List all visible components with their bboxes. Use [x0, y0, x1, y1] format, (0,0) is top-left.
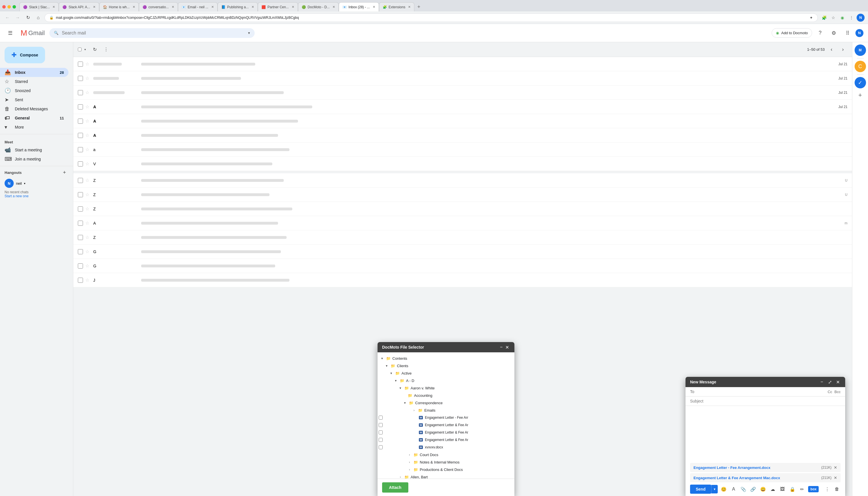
tree-item-notes[interactable]: › 📁 Notes & Internal Memos — [377, 459, 514, 466]
compose-button[interactable]: ✚ Compose — [4, 47, 45, 63]
reload-button[interactable]: ↻ — [24, 14, 32, 22]
hamburger-menu-button[interactable]: ☰ — [4, 27, 16, 39]
tab-close-extensions[interactable]: ✕ — [408, 5, 410, 9]
table-row[interactable]: ☆ Jul 21 — [73, 86, 852, 100]
email-checkbox[interactable] — [78, 235, 83, 240]
star-icon[interactable]: ☆ — [85, 90, 91, 95]
dialog-header[interactable]: New Message − ⤢ ✕ — [685, 377, 845, 387]
star-icon[interactable]: ☆ — [85, 192, 91, 197]
email-checkbox[interactable] — [78, 133, 83, 138]
file-checkbox[interactable] — [379, 423, 383, 427]
docmoto-close-button[interactable]: ✕ — [504, 344, 510, 350]
back-button[interactable]: ← — [3, 14, 11, 22]
remove-attachment-1-button[interactable]: ✕ — [834, 465, 837, 470]
table-row[interactable]: ☆ Z — [73, 230, 852, 245]
table-row[interactable]: ☆ Z U — [73, 173, 852, 188]
tab-extensions[interactable]: 🧩 Extensions ✕ — [379, 2, 415, 11]
file-checkbox[interactable] — [379, 431, 383, 434]
close-dialog-button[interactable]: ✕ — [835, 379, 841, 385]
tab-close-slack2[interactable]: ✕ — [93, 5, 95, 9]
expand-icon[interactable]: ▼ — [403, 401, 407, 405]
tab-slack1[interactable]: 🟣 Slack | Slac... ✕ — [19, 2, 59, 11]
next-page-button[interactable]: › — [838, 45, 848, 54]
email-checkbox[interactable] — [78, 90, 83, 95]
attach-file-button[interactable]: 📎 — [740, 485, 747, 494]
cc-button[interactable]: Cc — [827, 390, 832, 394]
expand-icon[interactable]: ▼ — [384, 363, 389, 368]
tree-item-file4[interactable]: W Engagement Letter & Fee Ar — [377, 436, 514, 444]
table-row[interactable]: ☆ Z U — [73, 188, 852, 202]
select-all-checkbox[interactable] — [78, 48, 81, 51]
tree-item-file3[interactable]: W Engagement Letter & Fee Ar — [377, 429, 514, 436]
signature-button[interactable]: ✏ — [799, 485, 806, 494]
tab-close-email[interactable]: ✕ — [211, 5, 214, 9]
address-bar[interactable]: 🔒 mail.google.com/mail/u/0/?tab=rm&ogbl#… — [45, 13, 818, 22]
forward-button[interactable]: → — [14, 14, 22, 22]
table-row[interactable]: ☆ J — [73, 273, 852, 287]
user-avatar[interactable]: N — [855, 29, 864, 37]
remove-attachment-2-button[interactable]: ✕ — [834, 476, 837, 480]
star-icon[interactable]: ☆ — [85, 147, 91, 152]
close-traffic-light[interactable] — [2, 5, 6, 9]
tab-close-home[interactable]: ✕ — [133, 5, 135, 9]
expand-icon[interactable]: ▼ — [398, 386, 403, 390]
tree-item-clients[interactable]: ▼ 📁 Clients — [377, 362, 514, 369]
table-row[interactable]: ☆ Z — [73, 202, 852, 216]
sidebar-item-join-meeting[interactable]: ⌨ Join a meeting — [0, 155, 68, 164]
meet-badge[interactable]: M — [855, 45, 866, 56]
table-row[interactable]: ☆ A m — [73, 216, 852, 230]
email-checkbox[interactable] — [78, 62, 83, 67]
tab-close-publishing[interactable]: ✕ — [251, 5, 254, 9]
prev-page-button[interactable]: ‹ — [827, 45, 836, 54]
tree-item-file5[interactable]: W xvxvxv.docx — [377, 444, 514, 451]
tab-publishing[interactable]: 📘 Publishing a... ✕ — [218, 2, 258, 11]
tab-email[interactable]: 📧 Email - neil ... ✕ — [178, 2, 218, 11]
hangouts-user[interactable]: N neil ▾ — [4, 179, 68, 188]
extension-button[interactable]: 🧩 — [820, 14, 828, 22]
sidebar-item-start-meeting[interactable]: 📹 Start a meeting — [0, 145, 68, 155]
star-icon[interactable]: ☆ — [85, 249, 91, 254]
tree-item-contents[interactable]: ▼ 📁 Contents — [377, 355, 514, 362]
tab-close-slack1[interactable]: ✕ — [52, 5, 55, 9]
table-row[interactable]: ☆ Jul 21 — [73, 71, 852, 86]
tab-home[interactable]: 🏠 Home is wh... ✕ — [99, 2, 139, 11]
table-row[interactable]: ☆ A — [73, 114, 852, 128]
confidential-button[interactable]: 🔒 — [788, 485, 796, 494]
tree-item-file1[interactable]: W Engagement Letter - Fee Arr — [377, 414, 514, 421]
table-row[interactable]: ☆ a — [73, 142, 852, 157]
delete-draft-button[interactable]: 🗑 — [833, 485, 841, 494]
more-toolbar-button[interactable]: ⋮ — [102, 45, 111, 54]
tree-item-aaron[interactable]: ▼ 📁 Aaron v. White — [377, 384, 514, 392]
message-body[interactable] — [685, 406, 845, 463]
tree-item-correspondence[interactable]: ▼ 📁 Correspondence — [377, 399, 514, 406]
email-checkbox[interactable] — [78, 192, 83, 197]
bookmark-button[interactable]: ☆ — [829, 14, 837, 22]
tab-close-conv[interactable]: ✕ — [172, 5, 174, 9]
tree-item-active[interactable]: ▼ 📁 Active — [377, 369, 514, 377]
sidebar-item-sent[interactable]: ➤ Sent — [0, 95, 68, 104]
tab-partner[interactable]: 🟥 Partner Cen... ✕ — [258, 2, 298, 11]
search-bar[interactable]: 🔍 ▾ — [49, 28, 254, 38]
expand-icon[interactable]: ▼ — [380, 356, 384, 361]
tree-item-file2[interactable]: W Engagement Letter & Fee Ar — [377, 421, 514, 429]
email-checkbox[interactable] — [78, 249, 83, 254]
tree-item-accounting[interactable]: 📁 Accounting — [377, 392, 514, 399]
email-checkbox[interactable] — [78, 178, 83, 183]
expand-icon[interactable]: ▼ — [393, 378, 398, 383]
add-hangout-button[interactable]: + — [60, 169, 68, 176]
table-row[interactable]: ☆ Jul 21 — [73, 57, 852, 71]
sidebar-item-starred[interactable]: ☆ Starred — [0, 77, 68, 86]
sidebar-item-deleted[interactable]: 🗑 Deleted Messages — [0, 104, 68, 113]
email-checkbox[interactable] — [78, 104, 83, 109]
star-icon[interactable]: ☆ — [85, 177, 91, 183]
more-options-button[interactable]: ⋮ — [848, 14, 855, 22]
expand-icon[interactable]: › — [398, 475, 403, 479]
tab-close-docmoto[interactable]: ✕ — [332, 5, 335, 9]
tab-close-partner[interactable]: ✕ — [292, 5, 294, 9]
search-dropdown-icon[interactable]: ▾ — [248, 31, 250, 35]
apps-button[interactable]: ⠿ — [842, 27, 853, 39]
table-row[interactable]: ☆ V — [73, 157, 852, 171]
more-options-dialog-button[interactable]: ⋮ — [823, 485, 831, 494]
emoji-button[interactable]: 😊 — [720, 485, 727, 494]
file-checkbox[interactable] — [379, 445, 383, 449]
